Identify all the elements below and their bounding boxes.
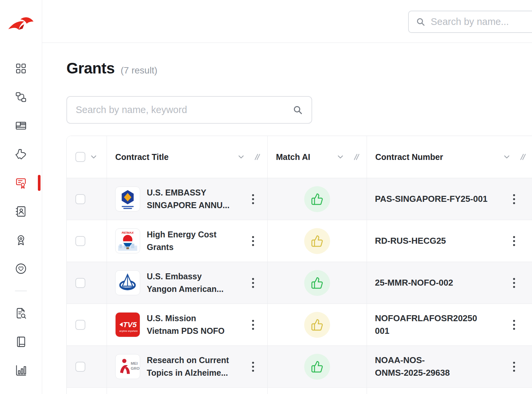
document-search-icon <box>15 307 27 320</box>
heart-circle-icon <box>15 262 27 275</box>
contract-number: NOAA-NOS- ONMS-2025-29638 <box>375 354 450 379</box>
bar-chart-icon <box>15 364 27 377</box>
org-logo-red-figure: MEI GRO <box>115 354 140 379</box>
sidebar-nav <box>0 62 42 377</box>
contract-number: RD-RUS-HECG25 <box>375 235 446 247</box>
contact-book-icon <box>15 205 27 218</box>
contract-number: 25-MMR-NOFO-002 <box>375 277 453 289</box>
row-actions-button[interactable] <box>250 276 256 290</box>
row-checkbox[interactable] <box>75 320 85 330</box>
svg-text:anytime anywhere: anytime anywhere <box>119 330 137 332</box>
sidebar-item-texas-map[interactable] <box>14 148 28 161</box>
award-ribbon-icon <box>15 234 27 246</box>
brand-falcon-logo[interactable] <box>7 13 35 35</box>
sidebar-item-workflow[interactable] <box>14 90 28 104</box>
sidebar-item-favorites[interactable] <box>14 262 28 275</box>
sidebar-item-notebook[interactable] <box>14 335 28 348</box>
sort-chevron-icon[interactable] <box>237 153 245 161</box>
search-icon <box>293 105 303 115</box>
grants-search[interactable] <box>66 96 312 124</box>
global-search-input[interactable] <box>431 16 532 27</box>
match-ai-thumbs-up-badge <box>304 186 330 212</box>
column-header-contract-number: Contract Number <box>375 152 443 162</box>
contract-title: U.S. Embassy Yangon American... <box>147 270 230 295</box>
sidebar-item-analytics[interactable] <box>14 364 28 377</box>
table-row[interactable]: TV5 anytime anywhere U.S. Mission Vietna… <box>67 304 532 346</box>
contract-number: PAS-SINGAPORE-FY25-001 <box>375 193 488 205</box>
result-count: (7 result) <box>121 65 157 76</box>
table-row[interactable]: MEI GRO Research on Current Topics in Al… <box>67 346 532 388</box>
row-checkbox[interactable] <box>75 236 85 246</box>
sidebar-item-contacts[interactable] <box>14 205 28 218</box>
table-row[interactable]: RE/MAX High Energy Cost Grants RD-RUS-HE… <box>67 220 532 262</box>
column-header-contract-title: Contract Title <box>115 152 169 162</box>
match-ai-thumbs-up-badge <box>304 228 330 254</box>
row-actions-button[interactable] <box>511 318 517 332</box>
match-ai-thumbs-up-badge <box>304 312 330 338</box>
active-indicator <box>38 175 41 191</box>
table-body: U.S. EMBASSY SINGAPORE ANNU... PAS-SINGA… <box>67 178 532 394</box>
svg-text:RE/MAX: RE/MAX <box>122 231 134 234</box>
sidebar-divider <box>15 291 27 291</box>
svg-text:MEI: MEI <box>131 361 138 365</box>
grants-search-input[interactable] <box>76 104 288 115</box>
contract-title: High Energy Cost Grants <box>147 228 230 253</box>
contract-number: NOFOAFRLAFOSR20250 001 <box>375 312 477 337</box>
column-header-match-ai: Match AI <box>276 152 310 162</box>
row-actions-button[interactable] <box>511 234 517 248</box>
org-logo-blue-hexagon <box>115 187 140 211</box>
grants-table: Contract Title Match AI Contract Number <box>66 136 532 394</box>
row-actions-button[interactable] <box>511 360 517 374</box>
svg-text:GRO: GRO <box>131 366 140 370</box>
sidebar-item-awards[interactable] <box>14 233 28 247</box>
contract-title: Research on Current Topics in Alzheime..… <box>147 354 230 379</box>
match-ai-thumbs-up-badge <box>304 354 330 380</box>
sort-chevron-icon[interactable] <box>336 153 345 161</box>
row-actions-button[interactable] <box>250 318 256 332</box>
usa-flag-icon <box>15 119 27 132</box>
row-actions-button[interactable] <box>250 360 256 374</box>
column-resize-handle[interactable] <box>518 153 526 161</box>
sidebar-item-flag-news[interactable] <box>14 119 28 132</box>
svg-text:TV5: TV5 <box>123 321 137 329</box>
sidebar-item-document-search[interactable] <box>14 307 28 320</box>
page-title: Grants <box>66 59 115 77</box>
dashboard-grid-icon <box>15 62 27 75</box>
notebook-icon <box>15 335 27 348</box>
contract-title: U.S. EMBASSY SINGAPORE ANNU... <box>147 187 230 211</box>
table-row[interactable]: U.S. Embassy Yangon American... 25-MMR-N… <box>67 262 532 304</box>
row-checkbox[interactable] <box>75 362 85 372</box>
sidebar-item-grants[interactable] <box>14 176 28 190</box>
row-actions-button[interactable] <box>250 192 256 206</box>
org-logo-blue-sail <box>115 270 140 295</box>
search-icon <box>416 17 425 27</box>
grant-certificate-icon <box>15 177 27 189</box>
header-divider <box>42 43 532 43</box>
table-header: Contract Title Match AI Contract Number <box>67 136 532 178</box>
workflow-route-icon <box>15 91 27 103</box>
match-ai-thumbs-up-badge <box>304 270 330 296</box>
global-search[interactable] <box>408 11 532 33</box>
org-logo-tv5: TV5 anytime anywhere <box>115 312 140 337</box>
sort-chevron-icon[interactable] <box>502 153 511 161</box>
texas-state-icon <box>15 148 27 161</box>
page-heading: Grants (7 result) <box>66 59 157 77</box>
row-checkbox[interactable] <box>75 278 85 288</box>
table-row-partial[interactable] <box>67 388 532 394</box>
contract-title: U.S. Mission Vietnam PDS NOFO <box>147 312 230 337</box>
row-actions-button[interactable] <box>511 192 517 206</box>
select-all-checkbox[interactable] <box>75 152 85 162</box>
row-checkbox[interactable] <box>75 194 85 204</box>
row-actions-button[interactable] <box>250 234 256 248</box>
column-resize-handle[interactable] <box>352 153 360 161</box>
sidebar-item-dashboard[interactable] <box>14 62 28 75</box>
row-actions-button[interactable] <box>511 276 517 290</box>
table-row[interactable]: U.S. EMBASSY SINGAPORE ANNU... PAS-SINGA… <box>67 178 532 220</box>
sidebar <box>0 0 42 394</box>
column-resize-handle[interactable] <box>253 153 261 161</box>
org-logo-remax-balloon: RE/MAX <box>115 228 140 253</box>
select-menu-chevron-icon[interactable] <box>89 153 98 161</box>
